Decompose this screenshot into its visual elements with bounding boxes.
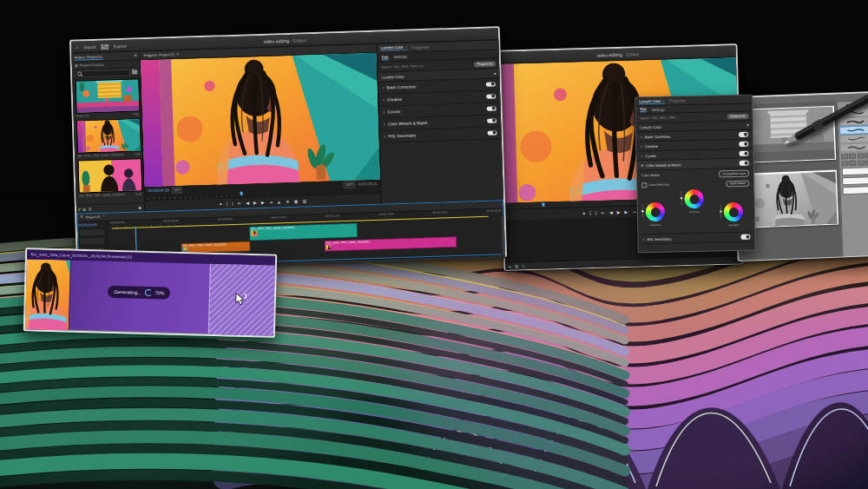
search-input[interactable] [75,69,130,77]
timeline-scrollbar[interactable] [500,217,505,254]
go-to-in-icon[interactable]: ⇤ [602,210,605,215]
menu-import[interactable]: Import [83,43,95,49]
section-hsl-secondary[interactable]: ›HSL Secondary [379,127,501,142]
face-detection-checkbox[interactable] [641,183,647,188]
section-toggle[interactable] [740,161,749,166]
extract-icon[interactable]: ▼ [286,199,290,203]
add-marker-icon[interactable]: ● [582,211,585,215]
clip-pill-button[interactable]: Project 01 [727,114,748,120]
comparison-view-icon[interactable]: ▥ [302,199,306,203]
section-toggle[interactable] [739,151,748,156]
track-header-v1[interactable] [79,237,105,246]
step-back-icon[interactable]: ◀ [246,201,249,205]
highlights-slider[interactable] [720,205,722,219]
highlights-wheel[interactable] [724,202,743,221]
subtab-settings[interactable]: Settings [652,107,665,111]
section-toggle[interactable] [739,142,748,147]
tab-timeline[interactable]: Project 01 [85,215,100,220]
play-icon[interactable]: ▶ [617,210,621,215]
playhead-2[interactable] [542,202,545,206]
tab-properties[interactable]: Properties [669,98,686,102]
step-forward-icon[interactable]: ▶ [261,200,265,204]
apply-match-button[interactable]: Apply Match [727,180,750,187]
tool-icon[interactable] [841,154,848,160]
step-back-icon[interactable]: ◀ [609,210,613,215]
resolution-select[interactable]: 1/2▾ [343,181,355,188]
tool-icon[interactable] [849,153,856,159]
close-icon[interactable]: × [176,52,179,56]
shadows-slider[interactable] [642,204,644,218]
home-icon[interactable]: ⌂ [76,45,78,50]
color-swatch[interactable] [842,167,868,175]
pen-tool-icon[interactable] [78,208,82,211]
folder-icon[interactable] [132,70,137,75]
shadows-wheel[interactable] [646,202,665,221]
tab-lumetri-color[interactable]: Lumetri Color× [380,45,407,51]
monitor-playhead[interactable] [240,192,243,195]
close-icon[interactable]: × [662,98,665,102]
color-swatch[interactable] [842,176,868,185]
program-image [141,53,380,187]
project-item[interactable]: Project 014;03 [75,78,138,117]
project-item[interactable]: S01_Sh01_Tk04_CamA_202301014;29 [76,118,140,157]
add-marker-icon[interactable]: ● [220,202,222,206]
section-toggle[interactable] [740,235,750,240]
section-toggle[interactable] [487,106,496,111]
section-toggle[interactable] [487,118,496,123]
midtones-slider[interactable] [681,192,682,206]
play-icon[interactable]: ▶ [253,201,257,205]
color-swatch[interactable] [843,186,868,195]
floating-generative-clip[interactable]: S01_Sh01_Tk04_CamA_20230101_-00;00;04;29… [23,248,277,338]
section-toggle[interactable] [739,132,748,137]
pointer-tool-icon[interactable]: ▸ [509,264,511,268]
menu-export[interactable]: Export [114,43,127,48]
tab-project[interactable]: Project: Project 01 [74,54,102,60]
fit-select[interactable]: Fit▾ [172,186,183,193]
section-toggle[interactable] [486,82,496,87]
chevron-down-icon: ▾ [351,182,352,185]
mark-in-icon[interactable]: { [227,202,228,206]
track-header-v2[interactable] [79,228,105,236]
step-forward-icon[interactable]: ▶ [624,209,628,214]
menu-edit[interactable]: Edit [101,43,108,49]
program-monitor-panel: Program: Project 01 × 00;00;04;29 Fit▾ 1… [140,44,381,211]
timeline-clip-magenta[interactable]: S01_Sh02_Tk03_CamA_20230101_ [324,236,457,252]
grid-view-icon[interactable]: ⊞ [515,264,518,268]
chevron-down-icon: ▾ [494,71,496,76]
mark-in-icon[interactable]: { [589,210,591,215]
subtab-edit[interactable]: Edit [640,107,646,112]
tab-properties[interactable]: Properties [411,44,429,50]
list-icon: ▤ [75,64,78,68]
panel-menu-icon[interactable]: ≡ [135,53,137,57]
clip-pill-button[interactable]: Project 01 [474,61,496,67]
section-toggle[interactable] [487,130,496,135]
mark-out-icon[interactable]: } [595,210,597,215]
go-to-out-icon[interactable]: ⇥ [632,209,635,214]
project-item[interactable]: S01_Sh02_Tk01_CamB_202301013;18 [77,158,141,197]
tool-icon[interactable] [858,160,865,166]
subtab-edit[interactable]: Edit [382,55,389,60]
section-toggle[interactable] [486,94,496,99]
midtones-wheel[interactable] [684,189,703,208]
tool-icon[interactable] [850,160,857,166]
lift-icon[interactable]: ▲ [277,200,281,204]
new-item-icon[interactable]: ▣ [138,206,141,209]
floating-clip-thumbnail [25,259,71,330]
mark-out-icon[interactable]: } [232,202,233,206]
list-view-icon[interactable]: ▤ [82,208,86,211]
icon-view-icon[interactable]: ⊞ [89,208,91,211]
tab-lumetri-color[interactable]: Lumetri Color× [639,98,665,104]
tool-icon[interactable] [858,153,865,159]
timeline-clip-teal[interactable]: S01_Sh01_Tk01_CamB_20230101_ [249,223,358,241]
tab-program[interactable]: Program: Project 01 [143,52,174,57]
go-to-out-icon[interactable]: ⇥ [269,200,273,204]
go-to-in-icon[interactable]: ⇤ [238,201,241,205]
close-icon[interactable]: × [102,215,104,219]
stylus-pen [772,83,868,153]
export-frame-icon[interactable]: ▣ [294,199,299,203]
subtab-settings[interactable]: Settings [393,55,407,59]
tool-icon[interactable] [841,161,848,167]
snap-icon[interactable]: ≈ [522,264,524,268]
comparison-view-button[interactable]: Comparison View [719,170,749,177]
close-icon[interactable]: × [405,45,408,50]
